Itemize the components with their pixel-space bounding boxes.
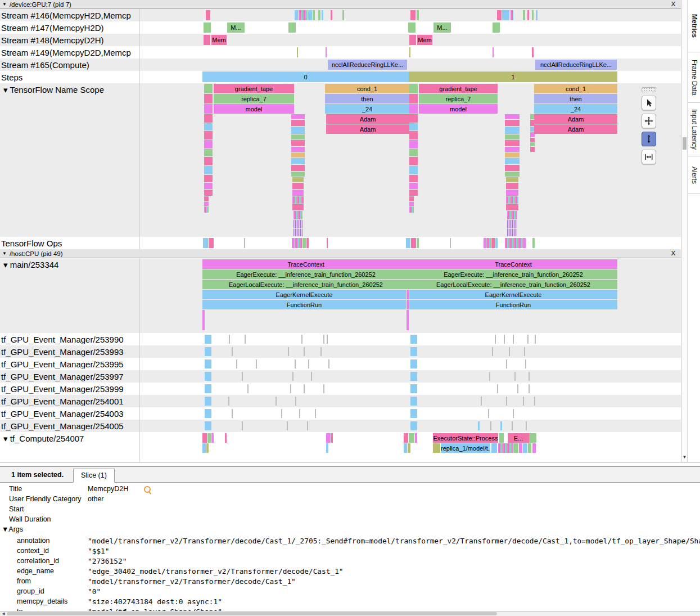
trace-slice[interactable] bbox=[489, 372, 490, 381]
trace-slice[interactable] bbox=[505, 134, 520, 140]
trace-slice[interactable] bbox=[291, 114, 305, 119]
trace-slice[interactable] bbox=[409, 206, 414, 213]
trace-slice[interactable] bbox=[206, 443, 209, 453]
trace-slice[interactable] bbox=[291, 120, 305, 126]
trace-slice-mem[interactable]: Mem bbox=[417, 35, 432, 45]
trace-slice[interactable] bbox=[211, 433, 214, 443]
trace-slice[interactable] bbox=[304, 347, 305, 356]
trace-slice[interactable] bbox=[288, 23, 296, 33]
trace-slice[interactable] bbox=[232, 409, 233, 418]
trace-slice[interactable] bbox=[291, 165, 305, 171]
trace-slice[interactable] bbox=[404, 443, 407, 453]
trace-slice[interactable] bbox=[450, 238, 451, 248]
trace-slice-model[interactable]: model bbox=[214, 104, 294, 114]
trace-slice[interactable] bbox=[505, 152, 520, 158]
trace-slice[interactable] bbox=[505, 158, 520, 164]
trace-slice[interactable] bbox=[318, 10, 320, 20]
trace-slice[interactable] bbox=[204, 123, 213, 131]
trace-slice[interactable] bbox=[409, 149, 418, 156]
trace-slice-0[interactable]: 0 bbox=[202, 71, 409, 82]
trace-slice[interactable] bbox=[497, 384, 498, 393]
trace-slice-replica-7[interactable]: replica_7 bbox=[419, 94, 498, 104]
trace-slice[interactable] bbox=[506, 183, 518, 189]
args-section-header[interactable]: ▼Args bbox=[0, 524, 700, 536]
horizontal-scrollbar[interactable]: ◀ bbox=[0, 611, 700, 616]
trace-slice[interactable] bbox=[406, 238, 410, 248]
trace-slice[interactable] bbox=[288, 347, 289, 356]
trace-slice[interactable] bbox=[535, 335, 536, 344]
trace-slice[interactable] bbox=[295, 10, 298, 20]
trace-slice[interactable] bbox=[410, 335, 417, 344]
scroll-down-arrow[interactable]: ▼ bbox=[681, 455, 688, 460]
trace-slice[interactable] bbox=[500, 421, 502, 430]
trace-slice[interactable] bbox=[304, 384, 305, 393]
trace-slice[interactable] bbox=[292, 177, 304, 182]
trace-slice[interactable] bbox=[506, 204, 518, 210]
trace-slice[interactable] bbox=[530, 142, 535, 146]
trace-slice[interactable] bbox=[205, 335, 211, 344]
trace-slice[interactable] bbox=[331, 10, 332, 20]
trace-slice[interactable] bbox=[297, 47, 298, 57]
trace-slice[interactable] bbox=[409, 47, 410, 57]
trace-slice[interactable] bbox=[244, 238, 245, 248]
trace-slice[interactable] bbox=[505, 238, 522, 248]
trace-slice[interactable] bbox=[532, 443, 536, 453]
trace-slice[interactable] bbox=[514, 372, 516, 381]
trace-slice-adam[interactable]: Adam bbox=[534, 114, 617, 124]
trace-slice[interactable] bbox=[488, 409, 489, 418]
trace-slice[interactable] bbox=[532, 47, 534, 57]
trace-slice[interactable] bbox=[205, 384, 211, 393]
trace-slice-eagerkernelexecute[interactable]: EagerKernelExecute bbox=[409, 290, 617, 299]
trace-slice-tracecontext[interactable]: TraceContext bbox=[409, 259, 617, 269]
trace-slice[interactable] bbox=[292, 204, 304, 210]
trace-slice[interactable] bbox=[506, 359, 507, 368]
trace-slice-then[interactable]: then bbox=[325, 94, 409, 104]
trace-slice[interactable] bbox=[291, 134, 305, 140]
trace-slice[interactable] bbox=[204, 131, 213, 140]
trace-slice[interactable] bbox=[204, 104, 213, 114]
trace-slice[interactable] bbox=[204, 166, 213, 174]
trace-slice[interactable] bbox=[493, 23, 500, 33]
trace-slice[interactable] bbox=[291, 147, 305, 152]
trace-slice[interactable] bbox=[311, 372, 312, 381]
trace-slice[interactable] bbox=[509, 347, 510, 356]
trace-slice[interactable] bbox=[505, 147, 520, 152]
trace-slice[interactable] bbox=[484, 238, 486, 248]
trace-slice[interactable] bbox=[495, 238, 498, 248]
cpu-close-button[interactable]: X bbox=[671, 250, 675, 257]
trace-slice[interactable] bbox=[313, 10, 315, 20]
trace-slice-24[interactable]: _24 bbox=[325, 104, 409, 114]
trace-slice[interactable] bbox=[536, 10, 538, 20]
trace-slice-functionrun[interactable]: FunctionRun bbox=[409, 300, 617, 309]
trace-slice[interactable] bbox=[410, 359, 417, 368]
trace-slice[interactable] bbox=[207, 433, 211, 443]
trace-slice[interactable] bbox=[407, 300, 409, 309]
trace-slice[interactable] bbox=[409, 104, 418, 114]
trace-slice[interactable] bbox=[523, 10, 525, 20]
collapse-gpu-icon[interactable]: ▼ bbox=[2, 2, 7, 7]
trace-slice[interactable] bbox=[247, 384, 249, 393]
trace-slice[interactable] bbox=[331, 433, 333, 443]
trace-slice-eagerlocalexecute-inference-train-function-260252[interactable]: EagerLocalExecute: __inference_train_fun… bbox=[202, 280, 409, 289]
trace-slice-24[interactable]: _24 bbox=[534, 104, 617, 114]
trace-slice[interactable] bbox=[315, 409, 316, 418]
trace-slice[interactable] bbox=[513, 335, 514, 344]
trace-slice[interactable] bbox=[532, 10, 534, 20]
trace-slice[interactable] bbox=[505, 172, 520, 177]
zoom-tool-button[interactable] bbox=[642, 132, 656, 146]
trace-slice[interactable] bbox=[513, 409, 514, 418]
trace-slice[interactable] bbox=[532, 238, 535, 248]
trace-slice[interactable] bbox=[242, 421, 243, 430]
trace-slice[interactable] bbox=[290, 384, 291, 393]
trace-slice[interactable] bbox=[417, 10, 419, 20]
trace-slice[interactable] bbox=[229, 335, 230, 344]
trace-slice[interactable] bbox=[301, 335, 302, 344]
trace-slice[interactable] bbox=[478, 421, 480, 430]
trace-slice[interactable] bbox=[534, 397, 535, 406]
trace-slice[interactable] bbox=[204, 206, 209, 213]
trace-slice[interactable] bbox=[507, 211, 517, 219]
trace-slice[interactable] bbox=[291, 158, 305, 164]
trace-slice[interactable] bbox=[481, 397, 482, 406]
trace-slice[interactable] bbox=[409, 175, 418, 182]
trace-slice[interactable] bbox=[225, 433, 227, 443]
